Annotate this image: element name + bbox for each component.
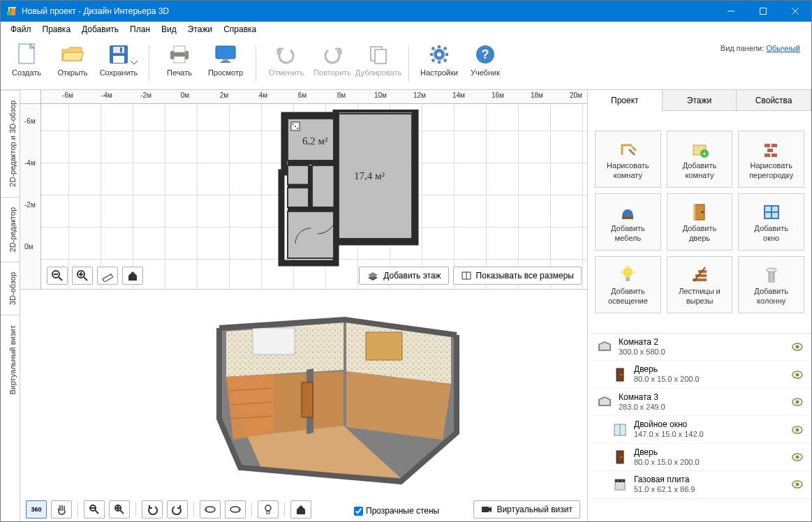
object-row[interactable]: Комната 2300.0 x 580.0 — [591, 334, 811, 361]
action-card-5[interactable]: Добавитьокно — [738, 193, 804, 251]
toolbar-create[interactable]: Создать — [3, 40, 50, 77]
canvas-3d-pane[interactable]: 360 Прозрачные стены — [20, 289, 587, 522]
dimensions-icon — [461, 271, 472, 281]
show-dimensions-button[interactable]: Показывать все размеры — [453, 267, 582, 285]
toolbar-print[interactable]: Печать — [156, 40, 202, 77]
svg-rect-5 — [113, 47, 124, 53]
pan-button[interactable] — [51, 500, 72, 519]
svg-rect-85 — [482, 507, 489, 512]
svg-point-101 — [623, 267, 633, 277]
svg-rect-6 — [113, 56, 124, 63]
ruler-y-tick: 0м — [24, 243, 33, 251]
action-icon — [618, 139, 637, 160]
vtab-2d-3d[interactable]: 2D-редактор и 3D-обзор — [1, 90, 20, 197]
svg-rect-9 — [174, 46, 185, 52]
rotate-right-button[interactable] — [167, 500, 188, 519]
svg-point-11 — [185, 52, 187, 54]
svg-point-43 — [295, 126, 296, 127]
visibility-icon[interactable] — [792, 480, 803, 489]
zoom-in-button[interactable] — [72, 267, 93, 285]
zoom-in-3d-button[interactable] — [109, 500, 130, 519]
vtab-virtual[interactable]: Виртуальный визит — [1, 315, 20, 405]
minimize-button[interactable] — [715, 1, 747, 22]
maximize-button[interactable] — [747, 1, 779, 22]
save-icon — [107, 43, 131, 66]
svg-line-25 — [432, 59, 434, 61]
action-card-2[interactable]: Нарисоватьперегородку — [738, 130, 804, 188]
menu-help[interactable]: Справка — [219, 23, 260, 36]
visibility-icon[interactable] — [792, 343, 803, 351]
rotate-left-button[interactable] — [142, 500, 163, 519]
visibility-icon[interactable] — [792, 398, 803, 406]
action-card-7[interactable]: Лестницы ивырезы — [667, 256, 733, 313]
panel-mode-link[interactable]: Обычный — [766, 44, 800, 52]
close-button[interactable] — [779, 1, 811, 22]
home-3d-button[interactable] — [290, 500, 311, 519]
action-icon — [762, 139, 781, 160]
orbit-right-button[interactable] — [225, 500, 246, 519]
rp-tab-floors[interactable]: Этажи — [663, 90, 737, 110]
svg-point-121 — [796, 373, 799, 376]
room1-area: 6,2 м² — [302, 135, 328, 147]
action-icon — [762, 202, 781, 223]
svg-point-119 — [621, 374, 622, 375]
ruler-x-tick: 0м — [181, 91, 189, 99]
action-card-3[interactable]: Добавитьмебель — [595, 193, 661, 251]
visibility-icon[interactable] — [792, 426, 803, 434]
action-card-1[interactable]: +Добавитькомнату — [667, 130, 733, 188]
home-2d-button[interactable] — [122, 267, 143, 285]
action-card-4[interactable]: Добавитьдверь — [667, 193, 733, 251]
toolbar-save[interactable]: Сохранить — [96, 40, 142, 77]
virtual-visit-button[interactable]: Виртуальный визит — [473, 500, 580, 519]
rp-tab-properties[interactable]: Свойства — [737, 90, 811, 110]
object-list[interactable]: Комната 2300.0 x 580.0Дверь80.0 x 15.0 x… — [591, 333, 811, 522]
toolbar-open[interactable]: Открыть — [50, 40, 96, 77]
svg-rect-93 — [772, 154, 777, 157]
menu-add[interactable]: Добавить — [77, 23, 123, 36]
vtab-3d[interactable]: 3D-обзор — [1, 262, 20, 315]
measure-button[interactable] — [97, 267, 118, 285]
canvas-2d-pane[interactable]: -6м-4м-2м0м — [20, 104, 587, 289]
object-row[interactable]: Двойное окно147.0 x 15.0 x 142.0 — [591, 416, 811, 443]
rp-tab-project[interactable]: Проект — [588, 90, 663, 111]
lighting-button[interactable] — [258, 500, 279, 519]
svg-rect-12 — [216, 46, 235, 59]
orbit-left-button[interactable] — [200, 500, 221, 519]
toolbar-settings[interactable]: Настройки — [416, 40, 462, 77]
svg-point-137 — [621, 480, 623, 482]
object-row[interactable]: Газовая плита51.0 x 62.1 x 86.9 — [591, 471, 811, 498]
action-card-6[interactable]: Добавитьосвещение — [595, 256, 661, 313]
action-card-0[interactable]: Нарисоватькомнату — [595, 130, 661, 188]
visibility-icon[interactable] — [792, 371, 803, 379]
360-button[interactable]: 360 — [26, 500, 47, 519]
menu-file[interactable]: Файл — [6, 23, 36, 36]
object-row[interactable]: Дверь80.0 x 15.0 x 200.0 — [591, 361, 811, 388]
add-floor-button[interactable]: Добавить этаж — [359, 267, 448, 285]
toolbar-tutorial[interactable]: ? Учебник — [462, 40, 508, 77]
action-icon — [618, 202, 637, 223]
gear-icon — [427, 43, 451, 66]
zoom-out-button[interactable] — [47, 267, 68, 285]
folder-open-icon — [61, 43, 84, 66]
action-card-8[interactable]: Добавитьколонну — [738, 256, 804, 313]
svg-rect-64 — [366, 332, 402, 360]
transparent-walls-checkbox[interactable]: Прозрачные стены — [354, 506, 439, 516]
menu-floors[interactable]: Этажи — [184, 23, 216, 36]
visibility-icon[interactable] — [792, 453, 803, 461]
stove-icon — [612, 476, 628, 493]
object-row[interactable]: Комната 3283.0 x 249.0 — [591, 389, 811, 416]
toolbar-preview[interactable]: Просмотр — [202, 40, 249, 77]
title-bar: Новый проект - Дизайн Интерьера 3D — [1, 1, 811, 22]
monitor-icon — [214, 43, 237, 66]
svg-point-96 — [701, 211, 703, 214]
svg-text:+: + — [702, 150, 707, 158]
ruler-x-tick: -6м — [62, 91, 73, 99]
menu-plan[interactable]: План — [126, 23, 154, 36]
toolbar-undo: Отменить — [263, 40, 309, 77]
zoom-out-3d-button[interactable] — [84, 500, 105, 519]
svg-rect-97 — [693, 204, 695, 220]
menu-view[interactable]: Вид — [157, 23, 181, 36]
object-row[interactable]: Дверь80.0 x 15.0 x 200.0 — [591, 444, 811, 471]
vtab-2d[interactable]: 2D-редактор — [1, 197, 20, 262]
menu-edit[interactable]: Правка — [38, 23, 75, 36]
